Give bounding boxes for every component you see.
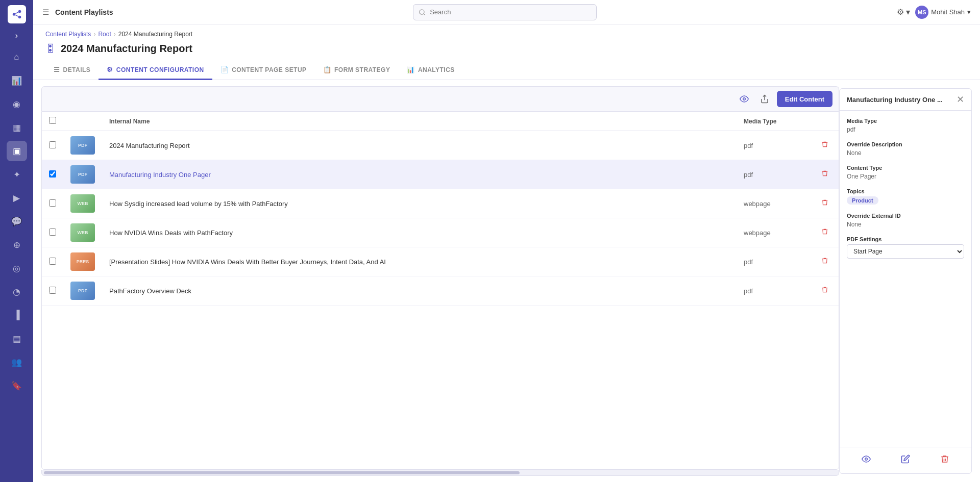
share-button[interactable] [756,91,773,107]
topbar: ☰ Content Playlists ⚙ ▾ MS Mohit Shah ▾ [33,0,980,24]
delete-row-button-5[interactable] [818,285,831,296]
panel-field-override-desc: Override Description None [847,141,964,157]
sidebar-icon-tv[interactable]: ▶ [7,188,27,208]
tab-details[interactable]: ☰ DETAILS [45,61,99,80]
row-media-2: webpage [737,189,808,218]
row-checkbox-1[interactable] [49,170,56,177]
search-input[interactable] [413,4,597,20]
sidebar-icon-content[interactable]: ▣ [7,141,27,161]
sidebar-icon-target[interactable]: ⊕ [7,235,27,255]
tab-content-page-setup[interactable]: 📄 CONTENT PAGE SETUP [212,61,315,80]
sidebar-icon-people[interactable]: 👥 [7,352,27,372]
svg-line-3 [15,12,18,14]
sidebar-icon-circle2[interactable]: ◔ [7,282,27,302]
edit-content-button[interactable]: Edit Content [777,91,832,107]
sidebar-icon-calendar[interactable]: ▦ [7,117,27,138]
delete-row-button-0[interactable] [818,140,831,151]
sidebar-icon-bookmark[interactable]: 🔖 [7,375,27,396]
tab-content-page-label: CONTENT PAGE SETUP [232,66,306,73]
thumbnail-3: WEB [70,223,95,242]
page-playlist-icon: 🎛 [45,43,56,55]
main-content: ☰ Content Playlists ⚙ ▾ MS Mohit Shah ▾ … [33,0,980,482]
sidebar-icon-settings-tools[interactable]: ✦ [7,164,27,185]
row-checkbox-3[interactable] [49,229,56,236]
content-area: Content Playlists › Root › 2024 Manufact… [33,24,980,482]
breadcrumb-playlists[interactable]: Content Playlists [45,31,91,38]
row-name-2[interactable]: How Sysdig increased lead volume by 15% … [102,189,737,218]
table-scrollbar[interactable] [41,470,839,476]
row-checkbox-5[interactable] [49,287,56,294]
row-checkbox-4[interactable] [49,258,56,265]
delete-row-button-2[interactable] [818,198,831,209]
panel-field-media-type: Media Type pdf [847,118,964,133]
row-media-5: pdf [737,276,808,306]
row-thumb-2: WEB [63,189,102,218]
row-check-4 [42,247,63,276]
row-check-0 [42,131,63,160]
panel-delete-button[interactable] [936,452,953,468]
row-checkbox-0[interactable] [49,141,56,148]
panel-field-topics: Topics Product [847,188,964,205]
thumbnail-2: WEB [70,194,95,213]
table-row: PRES [Presentation Slides] How NVIDIA Wi… [42,247,839,276]
tab-analytics-icon: 📊 [406,66,414,73]
svg-point-0 [12,13,15,16]
panel-body: Media Type pdf Override Description None… [840,111,971,447]
panel-label-media-type: Media Type [847,118,964,124]
sidebar-toggle[interactable]: › [11,30,23,42]
app-layout: › ⌂ 📊 ◉ ▦ ▣ ✦ ▶ 💬 ⊕ ◎ ◔ ▐ ▤ 👥 🔖 ☰ Conten… [0,0,980,482]
delete-row-button-3[interactable] [818,227,831,238]
user-menu[interactable]: MS Mohit Shah ▾ [915,6,971,19]
topbar-search-area [119,4,891,20]
tab-analytics-label: ANALYTICS [418,66,455,73]
sidebar-icon-analytics[interactable]: 📊 [7,70,27,91]
topbar-right: ⚙ ▾ MS Mohit Shah ▾ [897,6,971,19]
panel-title: Manufacturing Industry One ... [847,96,943,104]
tab-form-strategy[interactable]: 📋 FORM STRATEGY [315,61,399,80]
row-check-1 [42,160,63,189]
preview-button[interactable] [736,91,752,107]
breadcrumb-current: 2024 Manufacturing Report [118,31,192,38]
panel-footer [840,447,971,473]
svg-point-1 [18,10,21,13]
settings-icon[interactable]: ⚙ ▾ [897,7,910,17]
topbar-playlist-icon: ☰ [42,8,49,17]
pdf-settings-select[interactable]: Start Page End Page [847,244,964,259]
row-name-1[interactable]: Manufacturing Industry One Pager [102,160,737,189]
panel-edit-button[interactable] [897,452,914,468]
row-action-1 [808,160,839,189]
select-all-checkbox[interactable] [49,117,56,124]
row-media-4: pdf [737,247,808,276]
sidebar-icon-bar-chart[interactable]: ▐ [7,305,27,325]
row-name-3[interactable]: How NVIDIA Wins Deals with PathFactory [102,218,737,247]
panel-close-button[interactable]: ✕ [957,95,964,104]
row-action-0 [808,131,839,160]
row-action-5 [808,276,839,306]
delete-row-button-1[interactable] [818,169,831,180]
sidebar-icon-home[interactable]: ⌂ [7,47,27,67]
sidebar-icon-report[interactable]: ▤ [7,328,27,349]
row-action-2 [808,189,839,218]
row-name-5[interactable]: PathFactory Overview Deck [102,276,737,306]
panel-label-override-desc: Override Description [847,141,964,147]
row-media-0: pdf [737,131,808,160]
sidebar-icon-segments[interactable]: ◉ [7,94,27,114]
row-name-0[interactable]: 2024 Manufacturing Report [102,131,737,160]
svg-point-5 [743,98,745,100]
row-thumb-3: WEB [63,218,102,247]
panel-label-override-ext-id: Override External ID [847,213,964,219]
row-name-4[interactable]: [Presentation Slides] How NVIDIA Wins De… [102,247,737,276]
panel-preview-button[interactable] [857,452,875,468]
svg-point-9 [865,458,868,461]
delete-row-button-4[interactable] [818,256,831,267]
row-checkbox-2[interactable] [49,199,56,207]
tab-content-configuration[interactable]: ⚙ CONTENT CONFIGURATION [99,61,212,80]
col-header-media: Media Type [737,112,808,131]
sidebar-icon-globe[interactable]: ◎ [7,258,27,278]
tab-form-label: FORM STRATEGY [334,66,390,73]
sidebar-icon-messages[interactable]: 💬 [7,211,27,232]
breadcrumb-root[interactable]: Root [98,31,111,38]
tab-analytics[interactable]: 📊 ANALYTICS [398,61,462,80]
content-toolbar: Edit Content [41,86,839,111]
thumbnail-1: PDF [70,165,95,184]
